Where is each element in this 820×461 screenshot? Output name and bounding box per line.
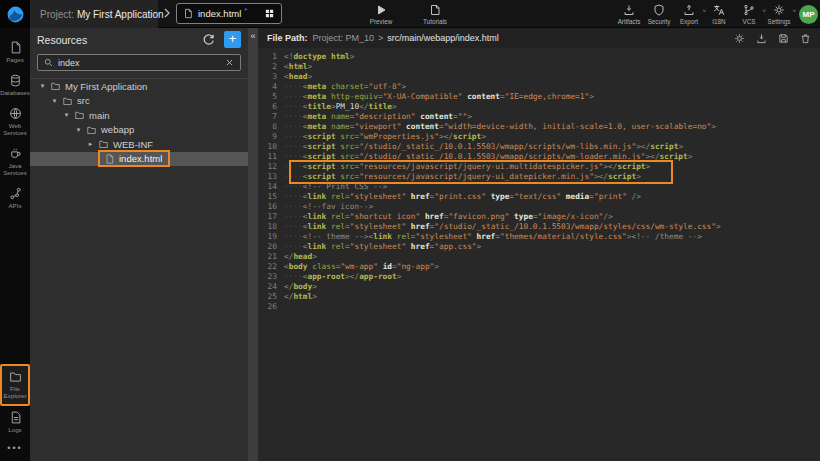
search-icon [44,58,53,67]
save-file-button[interactable] [778,33,789,44]
line-number: 14 [258,182,284,192]
line-number: 5 [258,92,284,102]
file-path-value: src/main/webapp/index.html [387,33,499,43]
sidebar-item-label: Pages [6,56,24,63]
tab-label: index.html [198,8,241,19]
code-line: 6····<title>PM_10</title> [258,102,820,112]
code-line: 26 [258,302,820,312]
tree-item-index.html[interactable]: index.html [30,152,248,167]
topbar-action-tutorials[interactable]: Tutorials [420,0,450,28]
project-label: Project: [40,9,74,20]
chevron-down-icon[interactable]: ˅ [792,8,796,14]
sidebar-item-apis[interactable]: APIs [0,182,30,215]
code-editor: File Path: Project: PM_10 > src/main/web… [258,28,820,461]
collapse-panel-icon[interactable]: « [248,28,258,44]
unsaved-marker: * [244,6,247,15]
topbar-action-settings[interactable]: Settings˅ [764,0,794,28]
sidebar-item-logs[interactable]: Logs [0,406,30,439]
line-number: 12 [258,162,284,172]
tree-item-label: index.html [119,153,162,164]
clear-search-icon[interactable] [225,58,234,67]
line-number: 17 [258,212,284,222]
code-line: 16····<!--fav icon--> [258,202,820,212]
sidebar-item-web-services[interactable]: Web Services [0,102,30,142]
sidebar-item-java-services[interactable]: Java Services [0,142,30,182]
sidebar-more-button[interactable]: ••• [7,439,22,461]
caret-down-icon[interactable]: ▾ [62,111,71,119]
caret-right-icon[interactable]: ▸ [86,140,95,148]
caret-down-icon[interactable]: ▾ [50,97,59,105]
tree-item-src[interactable]: ▾src [30,94,248,109]
line-number: 19 [258,232,284,242]
sidebar-item-label: APIs [8,202,21,209]
editor-toolbar [734,33,811,44]
folder-icon [9,370,22,383]
play-icon [375,4,387,16]
topbar-action-i18n[interactable]: I18N [704,0,734,28]
topbar-action-vcs[interactable]: VCS˅ [734,0,764,28]
topbar-action-security[interactable]: Security [644,0,674,28]
shield-icon [653,4,665,16]
editor-settings-button[interactable] [734,33,745,44]
topbar-action-label: Tutorials [423,18,447,25]
logo-icon [6,5,25,24]
wavemaker-logo[interactable] [0,0,30,28]
sidebar-item-file-explorer[interactable]: File Explorer [0,364,30,406]
code-line: 18····<link rel="stylesheet" href="/stud… [258,222,820,232]
line-number: 26 [258,302,284,312]
file-path-separator: > [378,33,383,43]
code-line: 3<head> [258,72,820,82]
translate-icon [713,4,725,16]
topbar-action-artifacts[interactable]: Artifacts [614,0,644,28]
caret-down-icon[interactable]: ▾ [74,126,83,134]
top-bar: Project: My First Application index.html… [0,0,820,28]
line-number: 23 [258,272,284,282]
sidebar-item-label: Logs [8,426,21,433]
code-line: 12····<script src="resources/javascript/… [258,162,820,172]
topbar-action-label: Security [648,18,671,25]
code-line: 14····<!-- Print CSS --> [258,182,820,192]
topbar-action-preview[interactable]: Preview [366,0,396,28]
tree-item-webapp[interactable]: ▾webapp [30,123,248,138]
sidebar-item-databases[interactable]: Databases [0,69,30,102]
code-line: 21</head> [258,252,820,262]
line-number: 24 [258,282,284,292]
user-avatar[interactable]: MP [799,5,818,24]
upload-icon [683,4,695,16]
topbar-action-export[interactable]: Export˅ [674,0,704,28]
refresh-icon[interactable] [202,33,215,46]
code-area[interactable]: 1<!doctype html>2<html>3<head>4····<meta… [258,48,820,461]
download-file-button[interactable] [756,33,767,44]
sidebar-item-label: Java Services [0,162,30,176]
gear-icon [773,4,785,16]
logs-icon [9,411,22,424]
left-icon-rail: PagesDatabasesWeb ServicesJava ServicesA… [0,28,30,461]
add-resource-button[interactable]: + [224,31,241,48]
line-number: 16 [258,202,284,212]
sidebar-item-pages[interactable]: Pages [0,36,30,69]
line-number: 13 [258,172,284,182]
page-icon [9,41,22,54]
project-title: Project: My First Application [30,0,158,28]
search-input[interactable] [58,58,220,68]
line-number: 22 [258,262,284,272]
resource-search-box[interactable] [37,54,241,71]
grid-icon[interactable] [264,8,275,19]
code-line: 23····<app-root></app-root> [258,272,820,282]
topbar-left-actions: PreviewTutorials [366,0,450,28]
resources-header: Resources + [30,28,248,51]
chevron-right-icon [161,6,173,20]
code-line: 8····<meta name="viewport" content="widt… [258,122,820,132]
tab-index-html[interactable]: index.html * [176,3,282,24]
sidebar-item-label: File Explorer [2,385,28,399]
sidebar-item-label: Databases [0,89,30,96]
line-number: 25 [258,292,284,302]
topbar-action-label: Settings [768,18,791,25]
code-line: 19····<!-- theme --><link rel="styleshee… [258,232,820,242]
globe-icon [9,107,22,120]
panel-resize-strip[interactable]: « [248,28,258,461]
caret-down-icon[interactable]: ▾ [38,82,47,90]
tree-item-my-first-application[interactable]: ▾My First Application [30,79,248,94]
delete-file-button[interactable] [800,33,811,44]
tree-item-main[interactable]: ▾main [30,108,248,123]
